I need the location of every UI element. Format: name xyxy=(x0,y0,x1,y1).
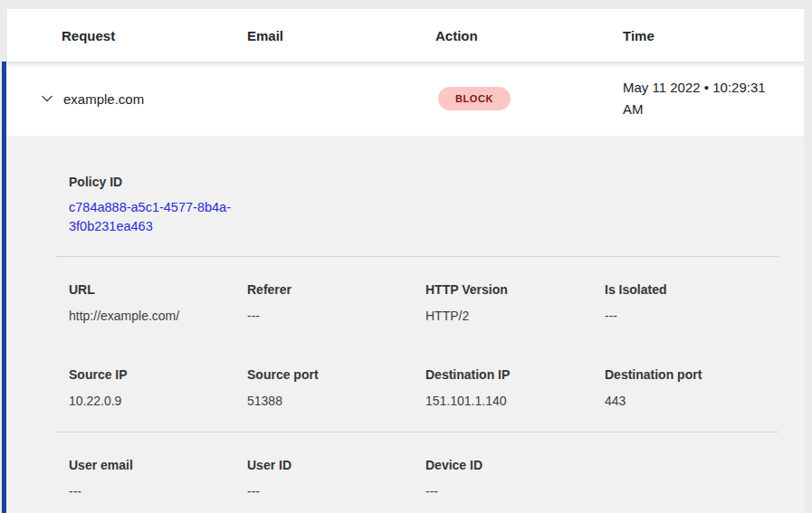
request-timestamp: May 11 2022 • 10:29:31 AM xyxy=(623,77,784,120)
field-label: Destination port xyxy=(605,367,804,383)
field-http-version: HTTP Version HTTP/2 xyxy=(425,282,605,324)
field-value: 443 xyxy=(605,394,804,409)
field-value: 151.101.1.140 xyxy=(425,394,605,409)
field-referer: Referer --- xyxy=(247,282,425,324)
field-label: Source IP xyxy=(69,367,247,383)
section-divider xyxy=(56,432,779,432)
field-value: --- xyxy=(247,309,425,324)
request-domain: example.com xyxy=(63,91,144,107)
field-destination-ip: Destination IP 151.101.1.140 xyxy=(425,367,605,409)
field-label: Device ID xyxy=(425,458,605,473)
field-label: URL xyxy=(69,282,247,298)
field-url: URL http://example.com/ xyxy=(69,282,247,324)
field-device-id: Device ID --- xyxy=(425,458,605,499)
column-header-time: Time xyxy=(623,28,804,43)
log-table-row[interactable]: example.com BLOCK May 11 2022 • 10:29:31… xyxy=(2,62,804,136)
section-divider xyxy=(56,256,779,257)
field-label: Referer xyxy=(247,282,425,298)
chevron-down-icon[interactable] xyxy=(39,90,55,107)
field-is-isolated: Is Isolated --- xyxy=(605,282,804,324)
column-header-email: Email xyxy=(247,28,435,43)
field-label: User email xyxy=(69,458,247,473)
column-header-action: Action xyxy=(435,28,623,43)
column-header-request: Request xyxy=(62,28,247,43)
field-source-port: Source port 51388 xyxy=(247,367,425,409)
field-value: http://example.com/ xyxy=(69,309,247,324)
policy-section: Policy ID c784a888-a5c1-4577-8b4a-3f0b23… xyxy=(6,136,804,236)
field-label: Is Isolated xyxy=(605,282,804,298)
policy-id-link[interactable]: c784a888-a5c1-4577-8b4a-3f0b231ea463 xyxy=(69,198,250,236)
field-source-ip: Source IP 10.22.0.9 xyxy=(69,367,247,409)
field-value: --- xyxy=(605,309,804,324)
field-label: User ID xyxy=(247,458,425,473)
field-label: Destination IP xyxy=(425,367,605,383)
action-status-badge: BLOCK xyxy=(438,87,511,110)
field-value: --- xyxy=(425,484,605,499)
http-fields-row: URL http://example.com/ Referer --- HTTP… xyxy=(6,282,804,324)
field-label: Source port xyxy=(247,367,425,383)
field-empty xyxy=(605,458,804,499)
field-value: 51388 xyxy=(247,394,425,409)
field-value: --- xyxy=(69,484,247,499)
field-value: HTTP/2 xyxy=(425,309,605,324)
user-fields-row: User email --- User ID --- Device ID --- xyxy=(6,458,804,499)
row-detail-panel: Policy ID c784a888-a5c1-4577-8b4a-3f0b23… xyxy=(2,136,804,513)
field-user-id: User ID --- xyxy=(247,458,425,499)
field-user-email: User email --- xyxy=(69,458,247,499)
policy-id-label: Policy ID xyxy=(69,175,804,190)
log-table-header: Request Email Action Time xyxy=(7,9,804,62)
field-destination-port: Destination port 443 xyxy=(605,367,804,409)
network-fields-row: Source IP 10.22.0.9 Source port 51388 De… xyxy=(6,367,804,409)
field-value: --- xyxy=(247,484,425,499)
field-label: HTTP Version xyxy=(425,282,605,298)
field-value: 10.22.0.9 xyxy=(69,394,247,409)
